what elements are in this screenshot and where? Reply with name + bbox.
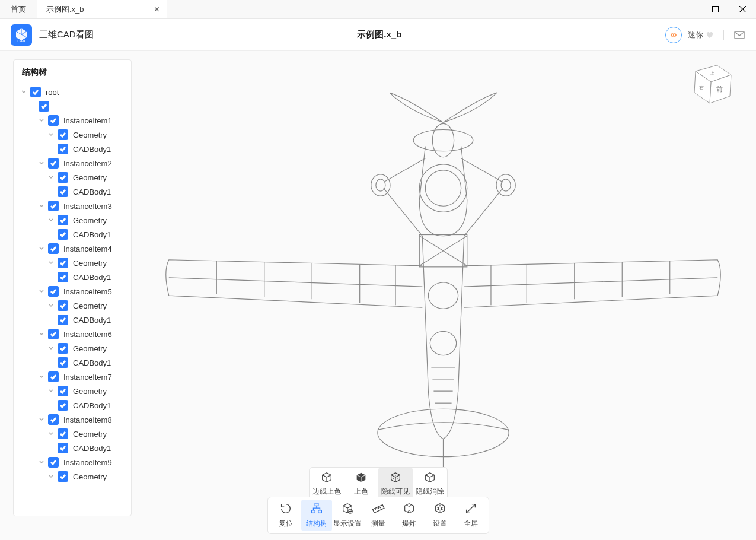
- tree-node[interactable]: InstanceItem6: [14, 327, 131, 341]
- tab-home[interactable]: 首页: [0, 0, 37, 18]
- tree-checkbox[interactable]: [48, 286, 59, 297]
- display-mode-hidden-removed[interactable]: 隐线消除: [413, 468, 447, 500]
- tree-checkbox[interactable]: [39, 101, 49, 112]
- tree-checkbox[interactable]: [48, 115, 59, 126]
- tab-close-icon[interactable]: ×: [154, 4, 160, 15]
- tree-node[interactable]: InstanceItem3: [14, 199, 131, 213]
- tree-node[interactable]: Geometry: [14, 128, 131, 142]
- tree-node[interactable]: InstanceItem1: [14, 113, 131, 128]
- tree-checkbox[interactable]: [48, 371, 59, 382]
- tree-node[interactable]: InstanceItem8: [14, 412, 131, 427]
- tree-node[interactable]: Geometry: [14, 170, 131, 185]
- tree-toggle-icon[interactable]: [47, 301, 55, 310]
- tree-checkbox[interactable]: [48, 201, 59, 211]
- tree-node[interactable]: InstanceItem2: [14, 156, 131, 170]
- tree-checkbox[interactable]: [48, 158, 59, 169]
- tree-toggle-icon[interactable]: [37, 458, 46, 466]
- tree-toggle-icon[interactable]: [37, 373, 46, 381]
- tree-checkbox[interactable]: [58, 300, 68, 311]
- tree-toggle-icon[interactable]: [37, 330, 46, 338]
- tool-measure[interactable]: 测量: [363, 500, 394, 531]
- tree-node[interactable]: Geometry: [14, 298, 131, 313]
- tree-toggle-icon[interactable]: [47, 216, 55, 224]
- tree-toggle-icon[interactable]: [37, 116, 46, 125]
- close-button[interactable]: [729, 0, 756, 18]
- tree-node[interactable]: CADBody1: [14, 270, 131, 284]
- tree-toggle-icon[interactable]: [47, 173, 55, 182]
- tree-checkbox[interactable]: [58, 400, 68, 411]
- tree-node[interactable]: Geometry: [14, 469, 131, 484]
- tree-checkbox[interactable]: [58, 144, 68, 154]
- tree-node[interactable]: InstanceItem4: [14, 242, 131, 256]
- tree-node[interactable]: InstanceItem7: [14, 370, 131, 384]
- tree-checkbox[interactable]: [48, 414, 59, 425]
- minimize-button[interactable]: [674, 0, 701, 18]
- tree-checkbox[interactable]: [58, 471, 68, 482]
- tree-checkbox[interactable]: [48, 457, 59, 468]
- tree-checkbox[interactable]: [58, 186, 68, 197]
- tree-toggle-icon[interactable]: [37, 202, 46, 210]
- tree-toggle-icon[interactable]: [37, 244, 46, 253]
- tree-node[interactable]: root: [14, 85, 131, 99]
- tree-node[interactable]: CADBody1: [14, 441, 131, 455]
- tree-checkbox[interactable]: [58, 272, 68, 282]
- tree-checkbox[interactable]: [58, 229, 68, 240]
- tree-toggle-icon[interactable]: [20, 88, 28, 96]
- tree-checkbox[interactable]: [58, 172, 68, 183]
- tool-display[interactable]: 显示设置: [332, 500, 363, 531]
- maximize-button[interactable]: [701, 0, 729, 18]
- tree-toggle-icon[interactable]: [37, 287, 46, 296]
- tree-node[interactable]: InstanceItem9: [14, 455, 131, 469]
- tree-checkbox[interactable]: [58, 357, 68, 368]
- tree-node[interactable]: Geometry: [14, 213, 131, 227]
- tree-node[interactable]: CADBody1: [14, 398, 131, 412]
- tree-checkbox[interactable]: [30, 87, 41, 97]
- tool-reset[interactable]: 复位: [270, 500, 301, 531]
- tree-checkbox[interactable]: [58, 215, 68, 225]
- tree-checkbox[interactable]: [58, 428, 68, 439]
- tool-explode[interactable]: 爆炸: [394, 500, 425, 531]
- tree-node[interactable]: Geometry: [14, 256, 131, 270]
- tree-node[interactable]: [14, 99, 131, 113]
- user-name[interactable]: 迷你: [688, 30, 714, 40]
- tree-checkbox[interactable]: [58, 386, 68, 396]
- tree-toggle-icon[interactable]: [47, 387, 55, 395]
- tree-checkbox[interactable]: [58, 315, 68, 325]
- tool-settings[interactable]: 设置: [425, 500, 455, 531]
- tree-toggle-icon[interactable]: [47, 472, 55, 481]
- tree-node[interactable]: Geometry: [14, 384, 131, 398]
- tree-node-label: CADBody1: [73, 316, 111, 325]
- tree-checkbox[interactable]: [48, 329, 59, 339]
- display-mode-hidden-visible[interactable]: 隐线可见: [378, 468, 413, 500]
- tool-fullscreen[interactable]: 全屏: [455, 500, 486, 531]
- cube-top-label: 上: [710, 71, 714, 76]
- tree-checkbox[interactable]: [48, 243, 59, 254]
- mail-icon[interactable]: [733, 29, 745, 41]
- tree-node[interactable]: CADBody1: [14, 142, 131, 156]
- tool-tree[interactable]: 结构树: [301, 500, 332, 531]
- tree-node[interactable]: CADBody1: [14, 355, 131, 370]
- tree-node[interactable]: CADBody1: [14, 227, 131, 242]
- model-wireframe: [136, 81, 750, 487]
- tree-checkbox[interactable]: [58, 443, 68, 453]
- tree-checkbox[interactable]: [58, 258, 68, 268]
- link-badge-icon[interactable]: [665, 27, 682, 43]
- tree-checkbox[interactable]: [58, 129, 68, 140]
- tree-node[interactable]: CADBody1: [14, 313, 131, 327]
- tree-toggle-icon[interactable]: [47, 344, 55, 352]
- tree-node[interactable]: Geometry: [14, 341, 131, 355]
- view-cube[interactable]: 上 前 右: [684, 59, 738, 107]
- tree-node[interactable]: Geometry: [14, 427, 131, 441]
- tree-toggle-icon[interactable]: [47, 131, 55, 139]
- tree-toggle-icon[interactable]: [37, 159, 46, 167]
- tree-node[interactable]: CADBody1: [14, 185, 131, 199]
- display-mode-shaded[interactable]: 上色: [344, 468, 378, 500]
- tab-file[interactable]: 示例图.x_b ×: [37, 0, 167, 18]
- tree-toggle-icon[interactable]: [37, 415, 46, 424]
- tree-node[interactable]: InstanceItem5: [14, 284, 131, 298]
- tree-toggle-icon[interactable]: [47, 430, 55, 438]
- tree-toggle-icon[interactable]: [47, 259, 55, 267]
- display-mode-edge-shaded[interactable]: 边线上色: [310, 468, 344, 500]
- fullscreen-icon: [464, 502, 477, 517]
- tree-checkbox[interactable]: [58, 343, 68, 354]
